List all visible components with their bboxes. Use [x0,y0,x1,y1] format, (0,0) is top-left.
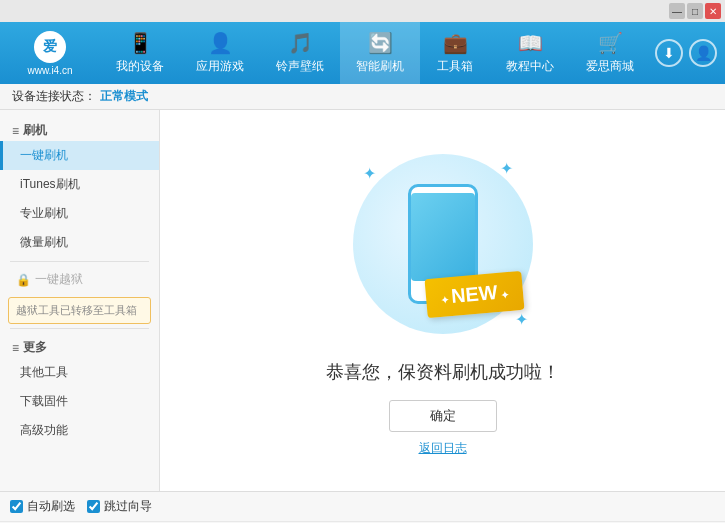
sidebar-item-wipe-flash[interactable]: 微量刷机 [0,228,159,257]
nav-right: ⬇ 👤 [655,22,725,84]
nav-smart-flash-label: 智能刷机 [356,58,404,75]
toolbox-icon: 💼 [443,31,468,55]
status-label: 设备连接状态： [12,88,96,105]
sidebar-item-download-fw[interactable]: 下载固件 [0,387,159,416]
status-value: 正常模式 [100,88,148,105]
logo-icon: 爱 [34,31,66,63]
nav-my-device[interactable]: 📱 我的设备 [100,22,180,84]
wallpaper-icon: 🎵 [288,31,313,55]
nav-apps-games[interactable]: 👤 应用游戏 [180,22,260,84]
sidebar-item-other-tools[interactable]: 其他工具 [0,358,159,387]
nav-toolbox-label: 工具箱 [437,58,473,75]
title-bar: — □ ✕ [0,0,725,22]
minimize-button[interactable]: — [669,3,685,19]
more-section-icon: ≡ [12,341,19,355]
sidebar-item-pro-flash[interactable]: 专业刷机 [0,199,159,228]
sparkle-top-right: ✦ [500,159,513,178]
download-button[interactable]: ⬇ [655,39,683,67]
main-layout: ≡ 刷机 一键刷机 iTunes刷机 专业刷机 微量刷机 🔒 一键越狱 越狱工具… [0,110,725,491]
auto-flash-checkbox[interactable]: 自动刷选 [10,498,75,515]
nav-smart-flash[interactable]: 🔄 智能刷机 [340,22,420,84]
content-area: ✦ ✦ NEW ✦ 恭喜您，保资料刷机成功啦！ 确定 返回日志 [160,110,725,491]
sidebar-divider-1 [10,261,149,262]
auto-flash-label: 自动刷选 [27,498,75,515]
flash-section-label: 刷机 [23,122,47,139]
auto-flash-input[interactable] [10,500,23,513]
skip-wizard-checkbox[interactable]: 跳过向导 [87,498,152,515]
sidebar-divider-2 [10,328,149,329]
smart-flash-icon: 🔄 [368,31,393,55]
sidebar-jailbreak-section: 🔒 一键越狱 [0,266,159,293]
flash-section-icon: ≡ [12,124,19,138]
skip-wizard-label: 跳过向导 [104,498,152,515]
logo-area: 爱 www.i4.cn [0,22,100,84]
nav-tutorial[interactable]: 📖 教程中心 [490,22,570,84]
nav-my-device-label: 我的设备 [116,58,164,75]
nav-items: 📱 我的设备 👤 应用游戏 🎵 铃声壁纸 🔄 智能刷机 💼 工具箱 📖 教程中心… [100,22,655,84]
return-link[interactable]: 返回日志 [419,440,467,457]
store-icon: 🛒 [598,31,623,55]
nav-wallpaper[interactable]: 🎵 铃声壁纸 [260,22,340,84]
nav-store-label: 爱思商城 [586,58,634,75]
maximize-button[interactable]: □ [687,3,703,19]
logo-url: www.i4.cn [27,65,72,76]
nav-toolbox[interactable]: 💼 工具箱 [420,22,490,84]
nav-wallpaper-label: 铃声壁纸 [276,58,324,75]
skip-wizard-input[interactable] [87,500,100,513]
sparkle-bottom-right: ✦ [515,310,528,329]
user-button[interactable]: 👤 [689,39,717,67]
nav-store[interactable]: 🛒 爱思商城 [570,22,650,84]
lock-icon: 🔒 [16,273,31,287]
new-badge: NEW [424,271,524,318]
sidebar-warning: 越狱工具已转移至工具箱 [8,297,151,324]
sidebar-more-section: ≡ 更多 [0,333,159,358]
sidebar-item-one-click-flash[interactable]: 一键刷机 [0,141,159,170]
sidebar-item-itunes-flash[interactable]: iTunes刷机 [0,170,159,199]
sidebar: ≡ 刷机 一键刷机 iTunes刷机 专业刷机 微量刷机 🔒 一键越狱 越狱工具… [0,110,160,491]
more-section-label: 更多 [23,339,47,356]
apps-games-icon: 👤 [208,31,233,55]
sidebar-flash-section: ≡ 刷机 [0,116,159,141]
nav-tutorial-label: 教程中心 [506,58,554,75]
status-bar: 设备连接状态： 正常模式 [0,84,725,110]
phone-screen [411,193,475,281]
success-message: 恭喜您，保资料刷机成功啦！ [326,360,560,384]
my-device-icon: 📱 [128,31,153,55]
phone-illustration: ✦ ✦ NEW ✦ [343,144,543,344]
sparkle-top-left: ✦ [363,164,376,183]
confirm-button[interactable]: 确定 [389,400,497,432]
bottom-panel: 自动刷选 跳过向导 📱 iPhone 12 mini 64GB Down-12m… [0,491,725,523]
close-button[interactable]: ✕ [705,3,721,19]
tutorial-icon: 📖 [518,31,543,55]
jailbreak-label: 一键越狱 [35,271,83,288]
nav-apps-games-label: 应用游戏 [196,58,244,75]
sidebar-item-advanced[interactable]: 高级功能 [0,416,159,445]
bottom-checkboxes: 自动刷选 跳过向导 [0,492,725,522]
top-nav: 爱 www.i4.cn 📱 我的设备 👤 应用游戏 🎵 铃声壁纸 🔄 智能刷机 … [0,22,725,84]
